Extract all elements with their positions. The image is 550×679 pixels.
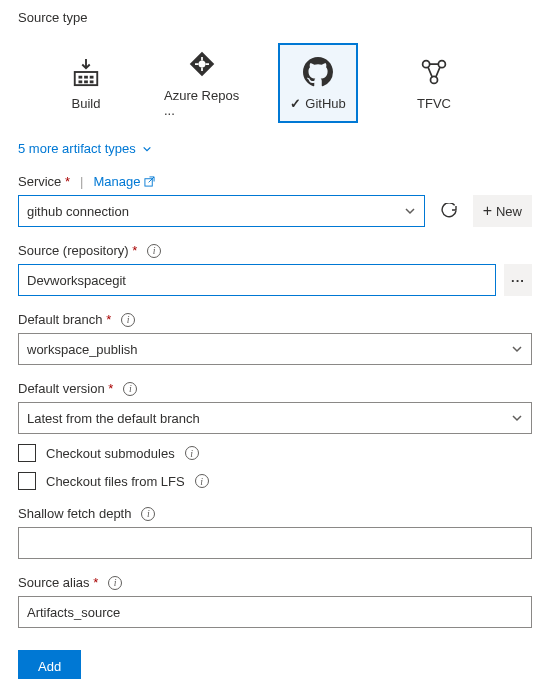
info-icon[interactable]: i — [123, 382, 137, 396]
checkout-submodules-checkbox[interactable] — [18, 444, 36, 462]
default-version-value: Latest from the default branch — [27, 411, 200, 426]
manage-link[interactable]: Manage — [93, 174, 155, 189]
svg-rect-6 — [90, 80, 94, 83]
required-star: * — [93, 575, 98, 590]
default-version-label: Default version — [18, 381, 105, 396]
tile-github-label: ✓ GitHub — [290, 96, 345, 111]
svg-point-7 — [199, 61, 206, 68]
checkout-lfs-checkbox[interactable] — [18, 472, 36, 490]
tile-azure-repos[interactable]: Azure Repos ... — [162, 43, 242, 123]
info-icon[interactable]: i — [147, 244, 161, 258]
svg-rect-5 — [84, 80, 88, 83]
default-branch-value: workspace_publish — [27, 342, 138, 357]
source-repo-input[interactable] — [18, 264, 496, 296]
more-artifact-types-link[interactable]: 5 more artifact types — [18, 141, 532, 156]
azure-repos-icon — [186, 48, 218, 80]
required-star: * — [132, 243, 137, 258]
info-icon[interactable]: i — [185, 446, 199, 460]
chevron-down-icon — [511, 343, 523, 355]
required-star: * — [106, 312, 111, 327]
tile-tfvc[interactable]: TFVC — [394, 43, 474, 123]
default-branch-label: Default branch — [18, 312, 103, 327]
chevron-down-icon — [511, 412, 523, 424]
tile-azure-repos-label: Azure Repos ... — [164, 88, 240, 118]
open-external-icon — [144, 176, 155, 187]
separator: | — [80, 174, 83, 189]
info-icon[interactable]: i — [141, 507, 155, 521]
info-icon[interactable]: i — [108, 576, 122, 590]
tile-tfvc-label: TFVC — [417, 96, 451, 111]
new-button[interactable]: + New — [473, 195, 532, 227]
plus-icon: + — [483, 202, 492, 220]
check-icon: ✓ — [290, 96, 301, 111]
manage-text: Manage — [93, 174, 140, 189]
tfvc-icon — [418, 56, 450, 88]
shallow-fetch-input[interactable] — [18, 527, 532, 559]
checkout-submodules-label: Checkout submodules — [46, 446, 175, 461]
tile-build[interactable]: Build — [46, 43, 126, 123]
chevron-down-icon — [142, 144, 152, 154]
source-alias-label: Source alias — [18, 575, 90, 590]
svg-rect-3 — [90, 75, 94, 78]
info-icon[interactable]: i — [121, 313, 135, 327]
shallow-fetch-label: Shallow fetch depth — [18, 506, 131, 521]
required-star: * — [65, 174, 70, 189]
chevron-down-icon — [404, 205, 416, 217]
more-artifact-types-text: 5 more artifact types — [18, 141, 136, 156]
required-star: * — [108, 381, 113, 396]
checkout-lfs-label: Checkout files from LFS — [46, 474, 185, 489]
svg-rect-1 — [79, 75, 83, 78]
source-type-label: Source type — [18, 10, 532, 25]
source-alias-input[interactable] — [18, 596, 532, 628]
source-repo-label: Source (repository) — [18, 243, 129, 258]
refresh-icon — [441, 203, 457, 219]
service-dropdown[interactable]: github connection — [18, 195, 425, 227]
new-button-label: New — [496, 204, 522, 219]
build-icon — [70, 56, 102, 88]
service-label: Service — [18, 174, 61, 189]
tile-github[interactable]: ✓ GitHub — [278, 43, 358, 123]
info-icon[interactable]: i — [195, 474, 209, 488]
svg-rect-2 — [84, 75, 88, 78]
tile-build-label: Build — [72, 96, 101, 111]
browse-button[interactable]: ··· — [504, 264, 532, 296]
svg-rect-4 — [79, 80, 83, 83]
refresh-button[interactable] — [433, 195, 465, 227]
service-value: github connection — [27, 204, 129, 219]
ellipsis-icon: ··· — [511, 273, 525, 288]
tile-github-text: GitHub — [305, 96, 345, 111]
source-type-tiles: Build Azure Repos ... ✓ GitHub TFVC — [18, 37, 532, 137]
github-icon — [302, 56, 334, 88]
default-version-dropdown[interactable]: Latest from the default branch — [18, 402, 532, 434]
add-button[interactable]: Add — [18, 650, 81, 679]
default-branch-dropdown[interactable]: workspace_publish — [18, 333, 532, 365]
